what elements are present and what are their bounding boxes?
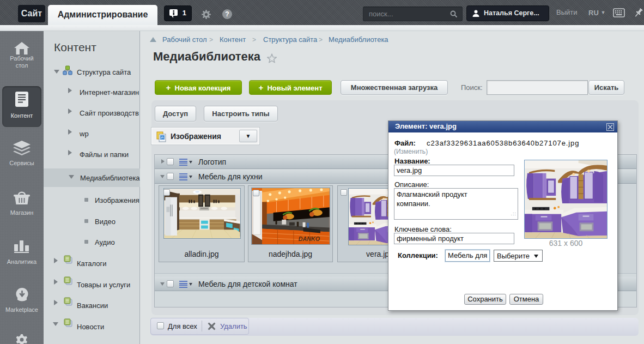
svg-text:DANKO: DANKO	[299, 236, 320, 242]
